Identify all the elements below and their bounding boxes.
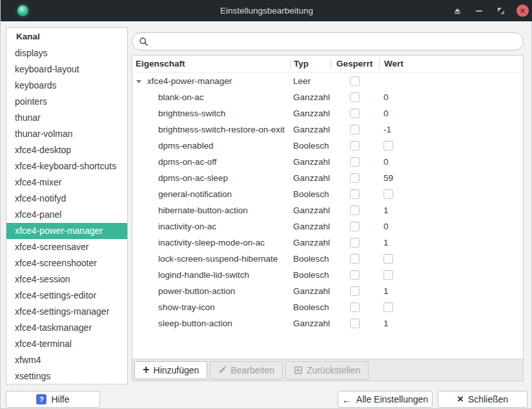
locked-cell [331, 251, 379, 267]
table-row[interactable]: show-tray-iconBoolesch [132, 299, 523, 315]
value-checkbox[interactable] [384, 141, 393, 151]
locked-checkbox[interactable] [350, 141, 360, 151]
table-body: xfce4-power-managerLeerblank-on-acGanzza… [132, 73, 523, 337]
search-input[interactable] [152, 36, 517, 47]
locked-checkbox[interactable] [350, 302, 360, 312]
expander-down-icon[interactable] [136, 80, 141, 83]
sidebar-item-xfce4-mixer[interactable]: xfce4-mixer [6, 174, 127, 191]
property-cell: dpms-enabled [132, 138, 291, 154]
value-cell: 0 [379, 105, 523, 121]
sidebar-item-xfce4-screenshooter[interactable]: xfce4-screenshooter [6, 255, 127, 271]
sidebar-item-xfce4-notifyd[interactable]: xfce4-notifyd [6, 191, 127, 207]
column-header-gesperrt[interactable]: Gesperrt [331, 59, 379, 69]
locked-cell [331, 235, 379, 251]
locked-checkbox[interactable] [350, 173, 360, 183]
sidebar-item-thunar-volman[interactable]: thunar-volman [6, 126, 127, 142]
table-row[interactable]: dpms-enabledBoolesch [132, 138, 523, 154]
table-row[interactable]: inactivity-on-acGanzzahl0 [132, 218, 523, 235]
table-row[interactable]: brightness-switch-restore-on-exitGanzzah… [132, 121, 523, 138]
type-cell: Boolesch [291, 251, 331, 267]
value-checkbox[interactable] [384, 189, 393, 199]
sidebar-item-xfce4-keyboard-shortcuts[interactable]: xfce4-keyboard-shortcuts [6, 158, 127, 174]
column-header-eigenschaft[interactable]: Eigenschaft [132, 59, 291, 69]
sidebar-item-xfce4-screensaver[interactable]: xfce4-screensaver [6, 239, 127, 255]
sidebar-item-thunar[interactable]: thunar [6, 110, 127, 126]
sidebar-item-xfce4-terminal[interactable]: xfce4-terminal [6, 336, 127, 352]
column-header-typ[interactable]: Typ [291, 59, 331, 69]
table-row[interactable]: dpms-on-ac-offGanzzahl0 [132, 154, 523, 170]
locked-checkbox[interactable] [350, 286, 360, 296]
sidebar-item-displays[interactable]: displays [6, 45, 127, 61]
property-value: 1 [384, 205, 389, 215]
table-row[interactable]: sleep-button-actionGanzzahl1 [132, 315, 523, 331]
locked-cell [331, 299, 379, 315]
value-cell [379, 73, 523, 89]
locked-checkbox[interactable] [350, 76, 360, 86]
locked-checkbox[interactable] [350, 157, 360, 167]
locked-checkbox[interactable] [350, 92, 360, 102]
plus-icon: + [143, 364, 150, 375]
property-cell: brightness-switch [132, 105, 291, 121]
locked-cell [331, 105, 379, 121]
column-header-wert[interactable]: Wert [379, 59, 523, 69]
value-checkbox[interactable] [384, 302, 393, 312]
sidebar-item-xsettings[interactable]: xsettings [6, 368, 127, 384]
table-row[interactable]: lock-screen-suspend-hibernateBoolesch [132, 251, 523, 267]
locked-cell [331, 138, 379, 154]
sidebar-item-xfce4-taskmanager[interactable]: xfce4-taskmanager [6, 320, 127, 336]
table-row[interactable]: blank-on-acGanzzahl0 [132, 89, 523, 105]
channel-column-header[interactable]: Kanal [6, 28, 127, 45]
property-value: 1 [384, 319, 389, 328]
locked-checkbox[interactable] [350, 238, 360, 247]
add-button[interactable]: + Hinzufügen [134, 361, 207, 379]
table-row[interactable]: brightness-switchGanzzahl0 [132, 105, 523, 121]
locked-checkbox[interactable] [350, 189, 360, 199]
value-checkbox[interactable] [384, 254, 393, 264]
sidebar-item-xfce4-settings-editor[interactable]: xfce4-settings-editor [6, 288, 127, 304]
shade-icon[interactable] [451, 5, 464, 17]
sidebar-item-xfce4-power-manager[interactable]: xfce4-power-manager [6, 223, 127, 239]
property-name: general-notification [158, 189, 232, 199]
locked-checkbox[interactable] [350, 205, 360, 215]
table-row[interactable]: logind-handle-lid-switchBoolesch [132, 267, 523, 283]
locked-cell [331, 89, 379, 105]
close-window-button[interactable]: × Schließen [438, 391, 527, 408]
locked-checkbox[interactable] [350, 270, 360, 280]
sidebar-item-xfce4-session[interactable]: xfce4-session [6, 271, 127, 288]
locked-checkbox[interactable] [350, 254, 360, 264]
table-row[interactable]: inactivity-sleep-mode-on-acGanzzahl1 [132, 235, 523, 251]
property-value: 59 [384, 173, 393, 183]
locked-checkbox[interactable] [350, 125, 360, 134]
edit-button[interactable]: Bearbeiten [210, 361, 283, 379]
locked-checkbox[interactable] [350, 222, 360, 231]
value-checkbox[interactable] [384, 270, 393, 280]
sidebar-item-keyboard-layout[interactable]: keyboard-layout [6, 61, 127, 78]
minimize-icon[interactable] [473, 5, 486, 17]
table-row[interactable]: dpms-on-ac-sleepGanzzahl59 [132, 170, 523, 186]
property-name: power-button-action [158, 286, 235, 296]
reset-button-label: Zurückstellen [307, 365, 360, 375]
sidebar-item-xfce4-panel[interactable]: xfce4-panel [6, 207, 127, 223]
all-settings-button[interactable]: ← Alle Einstellungen [338, 391, 433, 408]
reset-button[interactable]: Zurückstellen [285, 361, 369, 379]
property-cell: brightness-switch-restore-on-exit [132, 121, 291, 138]
help-button[interactable]: ? Hilfe [6, 391, 100, 408]
table-row[interactable]: general-notificationBoolesch [132, 186, 523, 202]
table-row[interactable]: hibernate-button-actionGanzzahl1 [132, 202, 523, 218]
maximize-icon[interactable] [495, 5, 507, 17]
table-row[interactable]: xfce4-power-managerLeer [132, 73, 523, 89]
type-cell: Ganzzahl [291, 283, 331, 299]
value-cell: 1 [379, 235, 523, 251]
locked-checkbox[interactable] [350, 109, 360, 118]
sidebar-item-pointers[interactable]: pointers [6, 94, 127, 110]
value-cell: 0 [379, 89, 523, 105]
locked-checkbox[interactable] [350, 319, 360, 328]
sidebar-item-xfce4-desktop[interactable]: xfce4-desktop [6, 142, 127, 158]
close-icon[interactable]: ✕ [517, 5, 529, 17]
sidebar-item-xfce4-settings-manager[interactable]: xfce4-settings-manager [6, 304, 127, 320]
sidebar-item-xfwm4[interactable]: xfwm4 [6, 352, 127, 368]
sidebar-item-keyboards[interactable]: keyboards [6, 78, 127, 94]
pencil-icon [218, 366, 227, 374]
table-row[interactable]: power-button-actionGanzzahl1 [132, 283, 523, 299]
search-box[interactable] [132, 32, 524, 50]
